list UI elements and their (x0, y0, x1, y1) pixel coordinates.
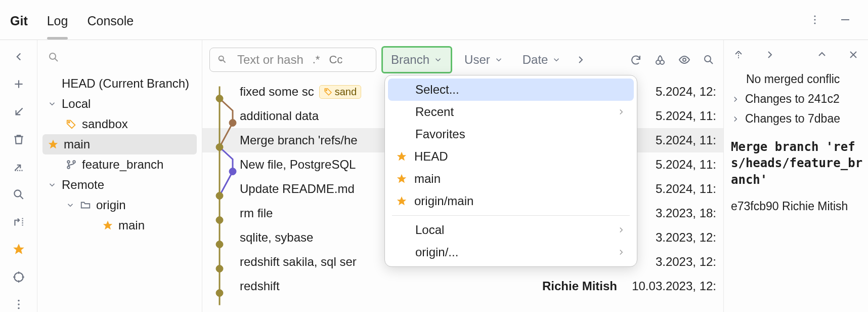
filter-bar: Text or hash .* Cc Branch User Date (202, 40, 723, 80)
tree-main-label: main (64, 137, 90, 151)
chevron-down-icon (48, 99, 57, 108)
commit-date: 5.2024, 11: (627, 109, 723, 123)
favorites-icon[interactable] (10, 242, 27, 257)
commit-message: rm file (240, 206, 273, 220)
tab-log[interactable]: Log (47, 14, 68, 40)
tree-search-icon[interactable] (37, 48, 202, 73)
more-vertical-icon[interactable] (10, 297, 27, 312)
changes-group-1[interactable]: Changes to 241c2 (731, 89, 866, 109)
tree-remote-group[interactable]: Remote (37, 175, 202, 195)
svg-marker-12 (13, 244, 24, 254)
svg-point-20 (18, 307, 19, 309)
tree-sandbox[interactable]: sandbox (37, 114, 202, 134)
svg-marker-50 (397, 152, 406, 161)
push-icon[interactable] (10, 159, 27, 174)
tab-console[interactable]: Console (87, 14, 134, 40)
cherry-pick-icon[interactable] (653, 52, 668, 67)
more-filters-icon[interactable] (573, 52, 588, 67)
eye-icon[interactable] (677, 52, 692, 67)
dropdown-local[interactable]: Local (385, 219, 637, 241)
tree-origin-group[interactable]: origin (37, 195, 202, 215)
filter-branch[interactable]: Branch (381, 46, 452, 73)
tree-origin-label: origin (96, 198, 126, 212)
back-icon[interactable] (10, 49, 27, 64)
search-log-icon[interactable] (701, 52, 716, 67)
svg-point-34 (705, 56, 711, 62)
commit-message: redshift sakila, sql ser (240, 255, 357, 269)
dropdown-head-label: HEAD (414, 149, 626, 164)
minimize-icon[interactable] (838, 12, 853, 27)
tree-feature-branch[interactable]: feature_branch (37, 154, 202, 175)
collapse-tree-icon[interactable] (731, 47, 746, 62)
commit-message: redshift (240, 279, 280, 293)
chevron-down-icon (552, 55, 561, 64)
dropdown-head[interactable]: HEAD (385, 145, 637, 168)
tree-origin-main[interactable]: main (37, 215, 202, 236)
svg-point-26 (73, 161, 75, 163)
svg-point-25 (67, 161, 70, 163)
delete-icon[interactable] (10, 132, 27, 147)
dropdown-favorites[interactable]: Favorites (385, 123, 637, 145)
dropdown-origin-main-label: origin/main (414, 194, 626, 208)
search-icon[interactable] (10, 186, 27, 202)
filter-user-label: User (464, 53, 490, 67)
regex-toggle[interactable]: .* (313, 53, 320, 66)
svg-point-23 (68, 122, 70, 123)
dropdown-separator (392, 215, 630, 216)
forward-icon[interactable] (762, 47, 777, 62)
commit-message: fixed some sc (240, 85, 314, 99)
svg-point-2 (814, 22, 815, 24)
commit-date: 5.2024, 11: (627, 158, 723, 172)
search-input[interactable]: Text or hash .* Cc (209, 48, 376, 72)
dropdown-recent[interactable]: Recent (385, 101, 637, 123)
dropdown-main[interactable]: main (385, 168, 637, 190)
search-placeholder: Text or hash (237, 53, 303, 67)
commit-message: additional data (240, 109, 319, 123)
commit-message: sqlite, sybase (240, 230, 313, 245)
svg-point-27 (67, 166, 70, 169)
dropdown-origin[interactable]: origin/... (385, 241, 637, 263)
tree-sandbox-label: sandbox (82, 117, 128, 131)
tree-head-label: HEAD (Current Branch) (62, 76, 189, 91)
chevron-right-icon (731, 95, 740, 104)
more-options-icon[interactable] (807, 12, 822, 27)
target-icon[interactable] (10, 269, 27, 284)
tree-local-group[interactable]: Local (37, 94, 202, 114)
dropdown-select[interactable]: Select... (388, 79, 634, 101)
commit-tag-label: sand (335, 86, 357, 98)
tree-origin-main-label: main (118, 218, 145, 232)
svg-point-18 (18, 299, 19, 301)
svg-point-9 (14, 190, 21, 197)
refresh-icon[interactable] (628, 52, 643, 67)
dropdown-origin-main[interactable]: origin/main (385, 190, 637, 212)
tab-git[interactable]: Git (10, 14, 28, 40)
commit-row[interactable]: redshift Richie Mitish 10.03.2023, 12: (202, 274, 723, 298)
tree-main[interactable]: main (42, 134, 197, 154)
svg-point-13 (14, 272, 23, 281)
commit-tag[interactable]: sand (319, 85, 361, 99)
pull-icon[interactable] (10, 104, 27, 120)
dropdown-origin-label: origin/... (415, 245, 610, 259)
filter-date[interactable]: Date (515, 49, 569, 71)
svg-marker-24 (49, 140, 58, 148)
filter-date-label: Date (523, 53, 548, 67)
search-dropdown-icon (217, 54, 228, 65)
filter-user[interactable]: User (457, 49, 510, 71)
close-diff-icon[interactable] (846, 47, 861, 62)
case-toggle[interactable]: Cc (329, 53, 342, 66)
expand-icon[interactable] (814, 47, 830, 62)
svg-point-46 (326, 90, 327, 91)
chevron-right-icon (617, 225, 626, 235)
folder-icon (80, 200, 91, 211)
changes-group-2[interactable]: Changes to 7dbae (731, 109, 866, 129)
svg-marker-51 (397, 174, 406, 183)
add-icon[interactable] (10, 76, 27, 92)
commit-hash-author: e73fcb90 Richie Mitish (731, 191, 866, 214)
commit-date: 5.2024, 12: (627, 85, 723, 99)
dropdown-select-label: Select... (415, 83, 623, 97)
compare-branch-icon[interactable] (10, 214, 27, 229)
tree-head[interactable]: HEAD (Current Branch) (37, 73, 202, 94)
commit-date: 5.2024, 11: (627, 182, 723, 196)
branch-tree: HEAD (Current Branch) Local sandbox main… (37, 40, 202, 312)
chevron-down-icon (66, 201, 75, 210)
